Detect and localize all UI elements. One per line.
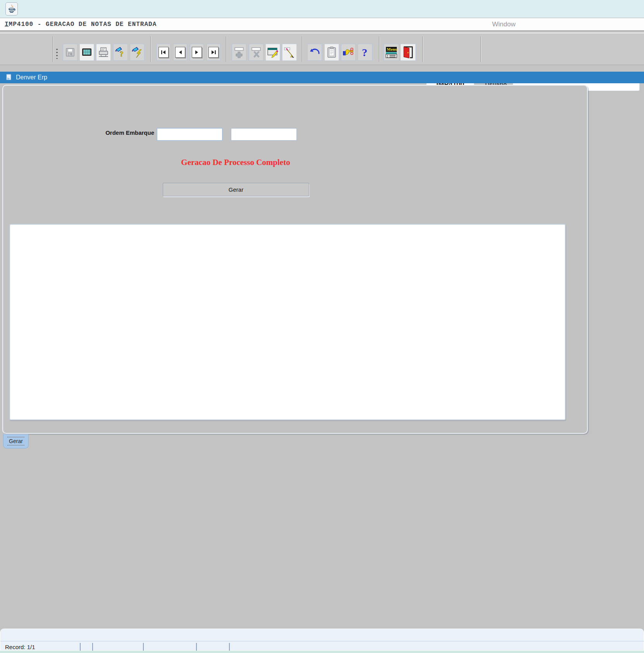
- delete-record-icon: [251, 46, 262, 58]
- toolbar-separator: [150, 36, 151, 62]
- execute-query-button[interactable]: [130, 44, 145, 61]
- screen-icon: [81, 47, 92, 57]
- mdi-window-title: Denver Erp: [16, 74, 47, 81]
- form-title-rest: MP4100 - GERACAO DE NOTAS DE ENTRADA: [9, 21, 157, 28]
- previous-record-button[interactable]: [173, 44, 187, 61]
- record-indicator: Record: 1/1: [5, 644, 35, 650]
- document-arrow-icon: [5, 74, 12, 81]
- status-separator: [143, 643, 144, 651]
- delete-record-button[interactable]: [249, 44, 263, 61]
- toolbar-separator: [226, 36, 227, 62]
- edit-record-button[interactable]: [265, 44, 280, 61]
- java-coffee-cup-icon: [8, 4, 15, 14]
- gerar-button[interactable]: Gerar: [163, 183, 309, 196]
- undo-icon: [309, 48, 320, 57]
- toolbar-separator: [480, 36, 481, 62]
- next-record-icon: [192, 47, 202, 58]
- tab-gerar[interactable]: Gerar: [3, 434, 29, 449]
- status-divider: [0, 641, 644, 641]
- menu-button[interactable]: Menu: [384, 44, 399, 61]
- previous-record-icon: [175, 47, 185, 58]
- exit-button[interactable]: [400, 44, 416, 61]
- bottom-edge-strip: [0, 651, 644, 653]
- enter-query-button[interactable]: ?: [113, 44, 128, 61]
- help-button[interactable]: ?: [358, 44, 372, 61]
- java-app-button[interactable]: [5, 2, 18, 15]
- form-title-mnemonic: I: [5, 21, 9, 28]
- insert-record-button[interactable]: [232, 44, 246, 61]
- toolbar-separator: [302, 36, 303, 62]
- save-button[interactable]: [63, 44, 77, 61]
- toolbar-separator: [422, 36, 423, 62]
- menu-bar: IMP4100 - GERACAO DE NOTAS DE ENTRADA Wi…: [0, 18, 644, 31]
- applet-header-strip: [0, 0, 644, 18]
- svg-text:?: ?: [362, 46, 367, 58]
- tab-gerar-label: Gerar: [7, 437, 24, 445]
- print-button[interactable]: [96, 44, 111, 61]
- clipboard-icon: [327, 46, 336, 58]
- clipboard-button[interactable]: [324, 44, 339, 61]
- ordem-embarque-input-1[interactable]: [157, 128, 223, 141]
- execute-query-icon: [131, 46, 143, 58]
- status-separator: [196, 643, 197, 651]
- clear-record-button[interactable]: [282, 44, 297, 61]
- ordem-embarque-input-2[interactable]: [231, 128, 297, 141]
- next-record-button[interactable]: [190, 44, 204, 61]
- toolbar: ?: [0, 33, 644, 65]
- toolbar-separator: [53, 36, 53, 62]
- form-canvas: Ordem Embarque Geracao De Processo Compl…: [2, 85, 588, 434]
- save-icon: [65, 47, 75, 57]
- enter-query-icon: ?: [115, 46, 126, 58]
- mdi-title-bar: Denver Erp: [0, 72, 644, 83]
- svg-text:?: ?: [120, 50, 124, 58]
- lock-record-icon: [343, 47, 354, 57]
- ordem-embarque-label: Ordem Embarque: [50, 129, 154, 136]
- status-bar: Record: 1/1: [0, 629, 644, 651]
- print-icon: [98, 47, 109, 58]
- status-separator: [92, 643, 93, 651]
- lock-record-button[interactable]: [341, 44, 356, 61]
- status-separator: [229, 643, 230, 651]
- status-separator: [80, 643, 81, 651]
- undo-button[interactable]: [307, 44, 322, 61]
- last-record-icon: [208, 47, 219, 58]
- edit-record-icon: [267, 46, 279, 58]
- first-record-button[interactable]: [157, 44, 170, 61]
- form-title: IMP4100 - GERACAO DE NOTAS DE ENTRADA: [5, 21, 157, 28]
- svg-text:Menu: Menu: [387, 47, 398, 52]
- menu-icon: Menu: [385, 46, 398, 58]
- help-icon: ?: [361, 46, 369, 58]
- process-message: Geracao De Processo Completo: [131, 158, 340, 167]
- toolbar-grip[interactable]: [56, 49, 58, 59]
- first-record-icon: [158, 47, 169, 58]
- last-record-button[interactable]: [207, 44, 220, 61]
- clear-record-icon: [284, 46, 295, 58]
- exit-icon: [402, 46, 414, 58]
- screen-button[interactable]: [79, 44, 94, 61]
- insert-record-icon: [234, 46, 245, 58]
- output-textarea[interactable]: [9, 224, 566, 420]
- window-menu[interactable]: Window: [492, 21, 515, 28]
- toolbar-separator: [379, 36, 380, 62]
